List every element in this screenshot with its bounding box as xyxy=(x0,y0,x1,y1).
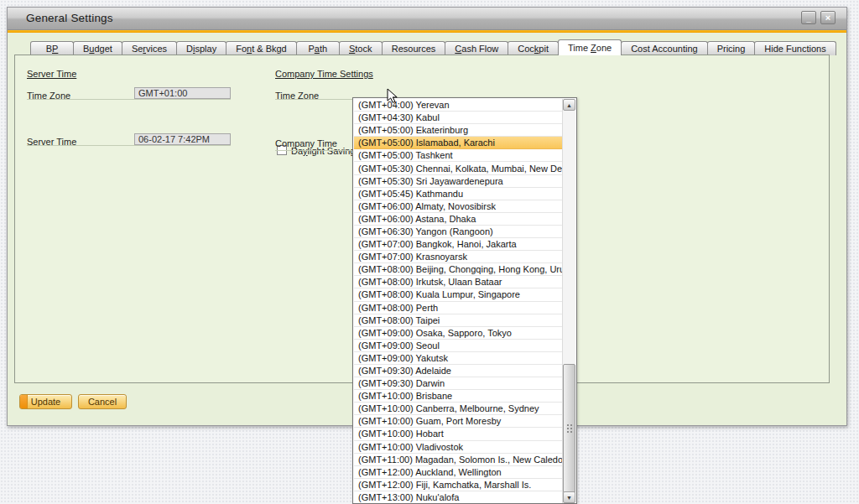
timezone-option[interactable]: (GMT+12:00) Auckland, Wellington xyxy=(354,466,562,479)
timezone-option[interactable]: (GMT+06:00) Astana, Dhaka xyxy=(354,213,562,226)
mouse-cursor-icon xyxy=(387,88,398,104)
row-separator xyxy=(27,99,231,100)
tab-cost-accounting[interactable]: Cost Accounting xyxy=(621,41,708,55)
server-time-section-header: Server Time xyxy=(27,69,76,79)
timezone-option[interactable]: (GMT+11:00) Magadan, Solomon Is., New Ca… xyxy=(354,454,562,466)
update-button-label: Update xyxy=(31,397,60,407)
close-button[interactable]: × xyxy=(820,11,836,24)
tab-font-bkgd[interactable]: Font & Bkgd xyxy=(226,41,297,55)
window-titlebar[interactable]: General Settings _ × xyxy=(8,8,846,30)
timezone-option[interactable]: (GMT+05:00) Tashkent xyxy=(354,149,562,162)
timezone-option[interactable]: (GMT+06:30) Yangon (Rangoon) xyxy=(354,226,562,238)
timezone-option[interactable]: (GMT+09:30) Adelaide xyxy=(354,365,562,377)
timezone-option[interactable]: (GMT+10:00) Hobart xyxy=(354,428,562,440)
timezone-option[interactable]: (GMT+09:00) Osaka, Sapporo, Tokyo xyxy=(354,327,562,340)
default-action-indicator xyxy=(20,395,28,408)
scrollbar-down-button[interactable]: ▼ xyxy=(563,491,575,503)
minimize-icon: _ xyxy=(806,13,811,23)
tab-services[interactable]: Services xyxy=(122,41,177,55)
tab-time-zone[interactable]: Time Zone xyxy=(558,39,622,55)
dropdown-scrollbar[interactable]: ▲ ▼ xyxy=(562,99,575,503)
timezone-option[interactable]: (GMT+08:00) Irkutsk, Ulaan Bataar xyxy=(354,276,562,288)
row-separator xyxy=(27,145,231,146)
timezone-option[interactable]: (GMT+05:45) Kathmandu xyxy=(354,188,562,200)
tab-bp[interactable]: BP xyxy=(30,41,74,55)
label-text: Stock xyxy=(349,44,372,54)
scroll-up-icon: ▲ xyxy=(566,102,572,108)
timezone-option[interactable]: (GMT+09:00) Seoul xyxy=(354,340,562,352)
close-icon: × xyxy=(825,13,830,23)
timezone-option[interactable]: (GMT+04:30) Kabul xyxy=(354,112,562,124)
label-text: Font & Bkgd xyxy=(236,44,287,54)
label-text: Time Zone xyxy=(568,43,612,53)
timezone-option[interactable]: (GMT+05:00) Ekaterinburg xyxy=(354,124,562,137)
cancel-button-label: Cancel xyxy=(88,397,117,407)
label-text: Budget xyxy=(83,44,112,54)
tab-pricing[interactable]: Pricing xyxy=(707,41,756,55)
timezone-option[interactable]: (GMT+05:30) Sri Jayawardenepura xyxy=(354,175,562,188)
timezone-option[interactable]: (GMT+08:00) Taipei xyxy=(354,314,562,327)
server-time-field[interactable]: 06-02-17 7:42PM xyxy=(134,133,231,145)
tab-stock[interactable]: Stock xyxy=(339,41,383,55)
scrollbar-thumb[interactable] xyxy=(563,364,575,493)
scrollbar-grip-icon xyxy=(567,424,572,433)
timezone-option[interactable]: (GMT+04:00) Yerevan xyxy=(354,99,562,112)
timezone-option-list: (GMT+04:00) Yerevan(GMT+04:30) Kabul(GMT… xyxy=(354,99,562,503)
timezone-option[interactable]: (GMT+05:30) Chennai, Kolkata, Mumbai, Ne… xyxy=(354,162,562,174)
scroll-down-icon: ▼ xyxy=(566,495,572,501)
timezone-option[interactable]: (GMT+08:00) Kuala Lumpur, Singapore xyxy=(354,288,562,301)
label-text: Cockpit xyxy=(518,44,549,54)
label-text: Hide Functions xyxy=(764,44,825,54)
tab-cockpit[interactable]: Cockpit xyxy=(508,41,559,55)
label-text: Services xyxy=(132,44,167,54)
minimize-button[interactable]: _ xyxy=(801,11,816,24)
window-title: General Settings xyxy=(26,12,113,24)
timezone-dropdown-list: (GMT+04:00) Yerevan(GMT+04:30) Kabul(GMT… xyxy=(352,97,577,504)
timezone-option[interactable]: (GMT+08:00) Beijing, Chongqing, Hong Kon… xyxy=(354,263,562,276)
label-text: Path xyxy=(308,44,327,54)
label-text: Pricing xyxy=(717,44,746,54)
timezone-option[interactable]: (GMT+07:00) Krasnoyarsk xyxy=(354,251,562,263)
company-time-label: Company Time xyxy=(275,138,337,148)
scrollbar-up-button[interactable]: ▲ xyxy=(563,99,575,111)
label-text: Display xyxy=(186,44,216,54)
timezone-option[interactable]: (GMT+06:00) Almaty, Novosibirsk xyxy=(354,200,562,213)
label-text: Resources xyxy=(392,44,436,54)
tab-strip: BPBudgetServicesDisplayFont & BkgdPathSt… xyxy=(30,40,836,55)
label-text: BP xyxy=(46,44,59,54)
timezone-option[interactable]: (GMT+07:00) Bangkok, Hanoi, Jakarta xyxy=(354,238,562,251)
timezone-option[interactable]: (GMT+10:00) Brisbane xyxy=(354,390,562,403)
timezone-option[interactable]: (GMT+10:00) Guam, Port Moresby xyxy=(354,415,562,428)
update-button[interactable]: Update xyxy=(19,394,72,409)
timezone-option[interactable]: (GMT+12:00) Fiji, Kamchatka, Marshall Is… xyxy=(354,479,562,491)
tab-cash-flow[interactable]: Cash Flow xyxy=(445,41,508,55)
company-time-settings-header: Company Time Settings xyxy=(275,69,373,79)
tab-hide-functions[interactable]: Hide Functions xyxy=(754,41,836,55)
tab-path[interactable]: Path xyxy=(296,41,340,55)
accent-gold-bar xyxy=(8,30,846,33)
label-text: Cash Flow xyxy=(455,44,498,54)
timezone-option[interactable]: (GMT+10:00) Vladivostok xyxy=(354,441,562,454)
timezone-option[interactable]: (GMT+13:00) Nuku'alofa xyxy=(354,491,562,503)
tab-resources[interactable]: Resources xyxy=(382,41,446,55)
timezone-option[interactable]: (GMT+09:00) Yakutsk xyxy=(354,352,562,365)
tab-budget[interactable]: Budget xyxy=(73,41,122,55)
timezone-option[interactable]: (GMT+09:30) Darwin xyxy=(354,377,562,390)
tab-display[interactable]: Display xyxy=(176,41,226,55)
desktop-background: General Settings _ × BPBudgetServicesDis… xyxy=(0,0,859,504)
timezone-option[interactable]: (GMT+05:00) Islamabad, Karachi xyxy=(354,137,562,149)
timezone-option[interactable]: (GMT+10:00) Canberra, Melbourne, Sydney xyxy=(354,403,562,415)
server-timezone-field[interactable]: GMT+01:00 xyxy=(134,87,231,99)
label-text: Cost Accounting xyxy=(631,44,698,54)
cancel-button[interactable]: Cancel xyxy=(78,394,127,409)
timezone-option[interactable]: (GMT+08:00) Perth xyxy=(354,302,562,314)
